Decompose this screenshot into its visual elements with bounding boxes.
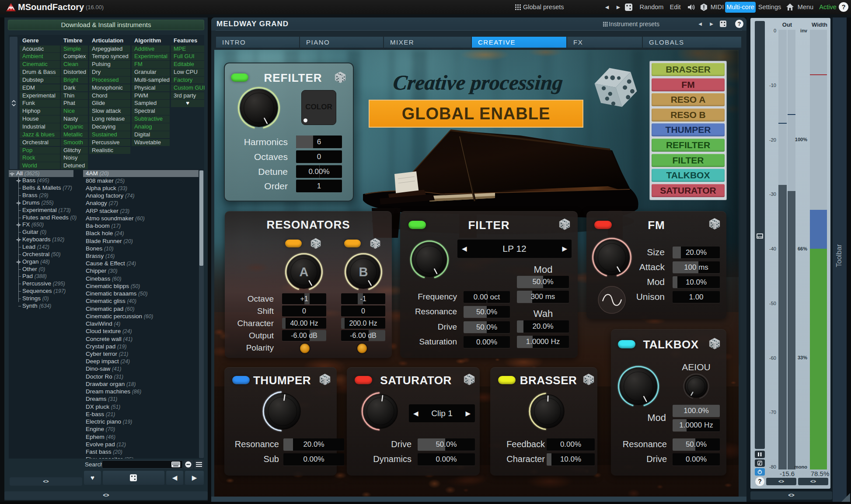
- svg-text:A: A: [300, 265, 309, 279]
- svg-text:B: B: [359, 265, 368, 279]
